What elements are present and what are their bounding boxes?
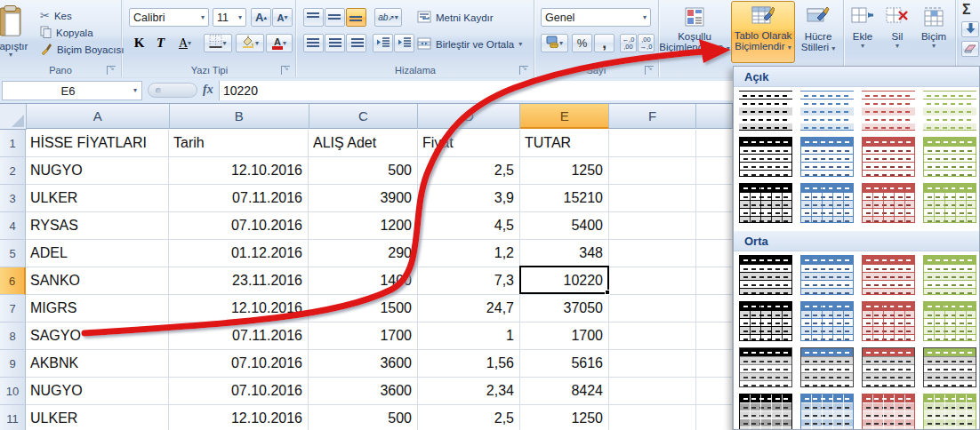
accounting-format-button[interactable]: ▾ xyxy=(541,34,568,52)
cell-E8[interactable]: 1700 xyxy=(520,322,609,350)
format-painter-button[interactable]: Biçim Boyacısı xyxy=(37,41,126,58)
cell-A10[interactable]: NUGYO xyxy=(26,378,169,405)
cell-C3[interactable]: 3900 xyxy=(309,185,418,212)
table-style-açık-1-neutral[interactable] xyxy=(739,91,792,131)
cell-D10[interactable]: 2,34 xyxy=(418,378,520,405)
italic-button[interactable]: T xyxy=(150,34,171,52)
cell-D2[interactable]: 2,5 xyxy=(418,157,520,185)
table-style-açık-1-green[interactable] xyxy=(923,91,976,131)
cell-E6[interactable]: 10220 xyxy=(520,267,609,295)
column-header-E[interactable]: E xyxy=(520,104,609,129)
cell-B2[interactable]: 12.10.2016 xyxy=(169,157,309,185)
insert-cells-button[interactable]: Ekle ▾ xyxy=(846,4,880,59)
decrease-decimal-button[interactable]: ,00 →,0 xyxy=(638,34,655,52)
cell-D11[interactable]: 2,5 xyxy=(418,405,520,430)
comma-style-button[interactable]: , xyxy=(594,34,615,52)
fill-color-button[interactable]: ▾ xyxy=(236,34,264,52)
cell-A4[interactable]: RYSAS xyxy=(26,212,169,240)
cell-D5[interactable]: 1,2 xyxy=(418,240,520,267)
cell-B11[interactable]: 12.10.2016 xyxy=(169,405,309,430)
decrease-indent-button[interactable] xyxy=(373,34,393,52)
cell-F2[interactable] xyxy=(609,157,696,185)
alignment-dialog-launcher[interactable] xyxy=(519,66,528,75)
underline-button[interactable]: A ▾ xyxy=(172,34,198,52)
table-style-orta-1-neutral[interactable] xyxy=(739,255,792,295)
cut-button[interactable]: ✂ Kes xyxy=(37,7,126,24)
cell-A1[interactable]: HİSSE FİYATLARI xyxy=(26,130,169,157)
cell-styles-button[interactable]: Hücre Stilleri ▾ xyxy=(795,4,841,60)
table-style-orta-4-blue[interactable] xyxy=(800,394,854,430)
percent-style-button[interactable]: % xyxy=(572,34,592,52)
cell-E4[interactable]: 5400 xyxy=(520,212,609,240)
cell-B6[interactable]: 23.11.2016 xyxy=(169,267,309,295)
name-box[interactable]: E6 ▾ xyxy=(2,81,142,100)
cell-D4[interactable]: 4,5 xyxy=(418,212,520,240)
cell-E2[interactable]: 1250 xyxy=(520,157,609,185)
copy-button[interactable]: Kopyala xyxy=(37,24,126,41)
cell-C4[interactable]: 1200 xyxy=(309,212,418,240)
cell-F11[interactable] xyxy=(609,405,696,430)
borders-button[interactable]: ▾ xyxy=(204,34,232,52)
bold-button[interactable]: K xyxy=(129,34,149,52)
cell-A8[interactable]: SAGYO xyxy=(26,322,169,350)
cell-F3[interactable] xyxy=(609,185,696,212)
row-header-1[interactable]: 1 xyxy=(0,130,26,157)
table-style-açık-3-neutral[interactable] xyxy=(739,183,792,223)
cell-C5[interactable]: 290 xyxy=(309,240,418,267)
table-style-orta-4-red[interactable] xyxy=(862,394,915,430)
table-style-orta-1-blue[interactable] xyxy=(800,255,854,295)
wrap-text-button[interactable]: Metni Kaydır xyxy=(414,9,496,26)
cell-6[interactable] xyxy=(696,267,733,295)
cell-F1[interactable] xyxy=(609,130,696,157)
cell-F8[interactable] xyxy=(609,322,696,350)
align-right-button[interactable] xyxy=(346,34,366,52)
row-header-11[interactable]: 11 xyxy=(0,405,26,430)
row-header-2[interactable]: 2 xyxy=(0,157,26,185)
cell-F9[interactable] xyxy=(609,350,696,378)
table-style-orta-3-blue[interactable] xyxy=(800,347,854,387)
paste-button[interactable]: Yapıştır ▾ xyxy=(0,5,36,59)
cell-D9[interactable]: 1,56 xyxy=(418,350,520,378)
format-as-table-button[interactable]: Tablo Olarak Biçimlendir ▾ xyxy=(731,1,795,63)
cell-B3[interactable]: 07.11.2016 xyxy=(169,185,309,212)
cell-C10[interactable]: 3600 xyxy=(309,378,418,405)
autosum-button[interactable]: Σ xyxy=(962,2,971,18)
clear-button[interactable] xyxy=(961,41,979,57)
cell-1[interactable] xyxy=(696,130,733,157)
table-style-açık-2-blue[interactable] xyxy=(800,137,854,177)
cell-8[interactable] xyxy=(696,322,733,350)
fill-button[interactable] xyxy=(961,21,979,37)
cell-3[interactable] xyxy=(696,185,733,212)
row-header-8[interactable]: 8 xyxy=(0,322,26,350)
column-header-C[interactable]: C xyxy=(309,104,419,129)
cell-A5[interactable]: ADEL xyxy=(26,240,169,267)
cell-9[interactable] xyxy=(696,350,733,378)
table-style-açık-2-red[interactable] xyxy=(862,137,915,177)
cell-B9[interactable]: 07.10.2016 xyxy=(169,350,309,378)
cell-5[interactable] xyxy=(696,240,733,267)
select-all-corner[interactable] xyxy=(0,104,27,130)
shrink-font-button[interactable]: A▾ xyxy=(272,8,293,27)
cell-E7[interactable]: 37050 xyxy=(520,295,609,322)
cell-E5[interactable]: 348 xyxy=(520,240,609,267)
cell-B7[interactable]: 12.10.2016 xyxy=(169,295,309,322)
row-header-3[interactable]: 3 xyxy=(0,185,26,212)
row-header-5[interactable]: 5 xyxy=(0,240,26,267)
table-style-açık-2-green[interactable] xyxy=(923,137,976,177)
cell-D7[interactable]: 24,7 xyxy=(418,295,520,322)
table-style-orta-3-green[interactable] xyxy=(923,347,976,387)
conditional-formatting-button[interactable]: Koşullu Biçimlendirme ▾ xyxy=(659,4,730,60)
font-size-combo[interactable]: 11 ▾ xyxy=(213,8,246,27)
table-style-orta-2-neutral[interactable] xyxy=(739,301,792,341)
cell-E3[interactable]: 15210 xyxy=(520,185,609,212)
align-middle-button[interactable] xyxy=(325,8,345,27)
cell-B10[interactable]: 07.10.2016 xyxy=(169,378,309,405)
cell-C11[interactable]: 500 xyxy=(309,405,418,430)
row-header-4[interactable]: 4 xyxy=(0,212,26,240)
align-left-button[interactable] xyxy=(303,34,324,52)
cell-D6[interactable]: 7,3 xyxy=(418,267,520,295)
cell-A7[interactable]: MIGRS xyxy=(26,295,169,322)
cell-F6[interactable] xyxy=(609,267,696,295)
cell-C2[interactable]: 500 xyxy=(309,157,418,185)
row-header-6[interactable]: 6 xyxy=(0,267,26,295)
